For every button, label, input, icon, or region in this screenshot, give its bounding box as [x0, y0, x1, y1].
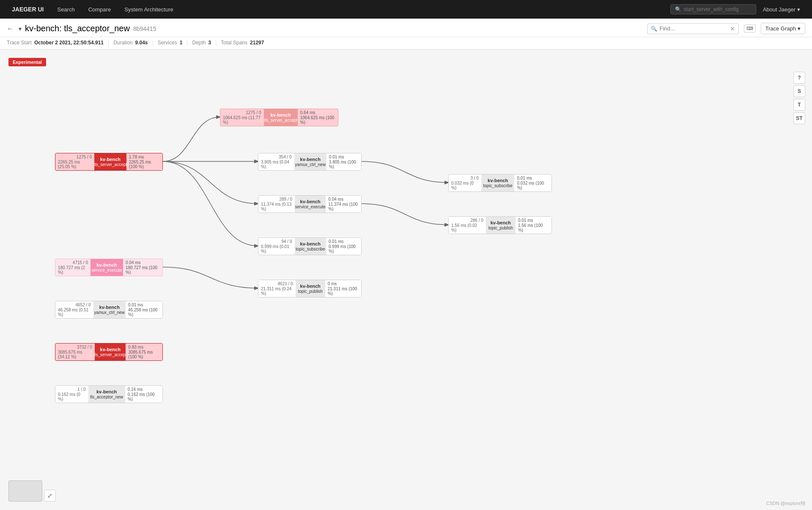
back-button[interactable]: ← — [7, 25, 14, 33]
trace-title: ▾ kv-bench: tls_acceptor_new 8b94415 — [19, 24, 642, 33]
t-icon[interactable]: T — [793, 99, 805, 111]
duration-value: 9.04s — [135, 40, 148, 46]
trace-meta: Trace Start October 2 2021, 22:50:54.911… — [0, 37, 812, 49]
depth-label: Depth — [192, 40, 206, 46]
nav-search-box[interactable]: 🔍 — [670, 4, 756, 14]
trace-name: kv-bench: tls_acceptor_new — [25, 24, 130, 33]
trace-chevron-icon[interactable]: ▾ — [19, 25, 22, 32]
trace-node-node9[interactable]: 4621 / 0 21.311 ms (0.24 %) kv-bench top… — [258, 280, 362, 297]
trace-header: ← ▾ kv-bench: tls_acceptor_new 8b94415 🔍… — [0, 19, 812, 37]
nav-search[interactable]: Search — [50, 0, 81, 19]
search-icon: 🔍 — [675, 6, 681, 12]
top-nav: JAEGER UI Search Compare System Architec… — [0, 0, 812, 19]
nav-system-arch[interactable]: System Architecture — [118, 0, 180, 19]
duration-label: Duration — [113, 40, 132, 46]
minimap-expand-button[interactable]: ⤢ — [44, 490, 56, 502]
trace-node-node3[interactable]: 354 / 0 3.805 ms (0.04 %) kv-bench yamux… — [258, 153, 362, 171]
trace-graph-label: Trace Graph — [765, 25, 796, 32]
trace-node-node5[interactable]: 289 / 0 11.374 ms (0.13 %) kv-bench serv… — [258, 195, 362, 213]
s-icon[interactable]: S — [793, 85, 805, 97]
trace-node-node1[interactable]: 1275 / 0 1064.625 ms (11.77 %) kv-bench … — [220, 109, 338, 126]
nav-about[interactable]: About Jaeger ▾ — [756, 6, 807, 13]
experimental-badge: Experimental — [8, 58, 46, 66]
keyboard-shortcut-icon[interactable]: ⌨ — [744, 25, 756, 33]
trace-node-node12[interactable]: 1 / 0 0.162 ms (0 %) kv-bench tls_accept… — [55, 385, 163, 403]
services-label: Services — [158, 40, 177, 46]
start-label: Trace Start — [7, 40, 32, 46]
trace-node-node10[interactable]: 4652 / 0 46.258 ms (0.51 %) kv-bench yam… — [55, 301, 163, 319]
watermark: CSDN @explore翔 — [766, 500, 805, 507]
minimap — [8, 480, 42, 502]
find-input[interactable] — [660, 25, 727, 32]
trace-node-node8[interactable]: 4715 / 0 180.727 ms (2 %) kv-bench servi… — [55, 259, 163, 276]
nav-search-input[interactable] — [684, 6, 752, 12]
start-value: October 2 2021, 22:50:54.911 — [34, 40, 104, 46]
help-icon[interactable]: ? — [793, 72, 805, 84]
trace-node-node6[interactable]: 286 / 0 1.56 ms (0.02 %) kv-bench topic_… — [448, 216, 552, 234]
trace-node-node2[interactable]: 1275 / 0 2265.25 ms (25.05 %) kv-bench t… — [55, 153, 163, 171]
close-icon[interactable]: ✕ — [730, 25, 735, 32]
total-spans-value: 21297 — [250, 40, 264, 46]
depth-value: 3 — [208, 40, 211, 46]
trace-canvas: Experimental 1275 / 0 1064.625 ms (11.77… — [0, 49, 812, 510]
trace-id: 8b94415 — [133, 25, 156, 32]
chevron-down-icon: ▾ — [797, 6, 800, 13]
trace-node-node4[interactable]: 3 / 0 0.032 ms (0 %) kv-bench topic_subs… — [448, 174, 552, 192]
trace-node-node11[interactable]: 3732 / 0 3085.675 ms (34.12 %) kv-bench … — [55, 343, 163, 361]
right-sidebar: ? S T ST — [793, 72, 805, 124]
trace-graph-button[interactable]: Trace Graph ▾ — [761, 23, 806, 34]
st-icon[interactable]: ST — [793, 112, 805, 124]
search-icon: 🔍 — [651, 26, 657, 32]
trace-arrows — [0, 49, 812, 510]
services-value: 1 — [180, 40, 183, 46]
nav-compare[interactable]: Compare — [82, 0, 118, 19]
chevron-down-icon: ▾ — [798, 25, 801, 32]
find-input-wrap[interactable]: 🔍 ✕ — [647, 23, 739, 34]
nav-brand[interactable]: JAEGER UI — [5, 6, 50, 13]
trace-node-node7[interactable]: 94 / 0 0.999 ms (0.01 %) kv-bench topic_… — [258, 237, 362, 255]
total-spans-label: Total Spans — [221, 40, 247, 46]
